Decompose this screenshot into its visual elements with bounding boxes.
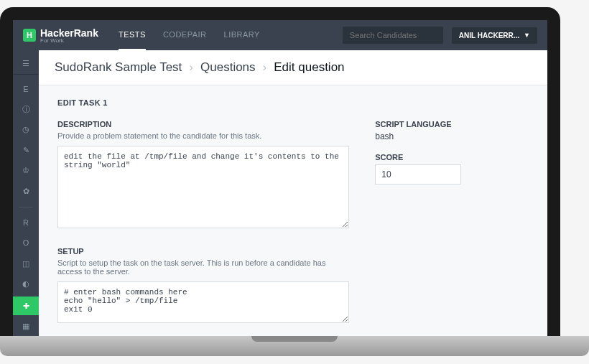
- brand-logo[interactable]: H HackerRank For Work: [23, 27, 98, 44]
- clock-icon: ◷: [22, 125, 29, 134]
- logo-badge-icon: H: [23, 29, 36, 42]
- laptop-notch: [251, 336, 338, 342]
- description-label: DESCRIPTION: [57, 120, 349, 129]
- sidebar-item-contrast[interactable]: ◐: [13, 274, 39, 294]
- app-screen: H HackerRank For Work TESTS CODEPAIR LIB…: [13, 20, 547, 336]
- sidebar-item-r[interactable]: R: [13, 213, 39, 233]
- info-icon: ⓘ: [22, 104, 30, 115]
- chart-icon: ◫: [22, 259, 29, 269]
- sidebar-item-edit[interactable]: ✎: [13, 141, 39, 160]
- hamburger-menu-icon[interactable]: ☰: [13, 53, 39, 75]
- tab-tests[interactable]: TESTS: [119, 20, 146, 50]
- script-language-label: SCRIPT LANGUAGE: [375, 120, 529, 129]
- description-textarea[interactable]: [57, 146, 349, 228]
- laptop-frame: H HackerRank For Work TESTS CODEPAIR LIB…: [0, 7, 560, 336]
- top-navbar: H HackerRank For Work TESTS CODEPAIR LIB…: [13, 20, 547, 50]
- main-content-area: SudoRank Sample Test › Questions › Edit …: [39, 50, 547, 336]
- sidebar-item-info[interactable]: ⓘ: [13, 100, 39, 119]
- score-input[interactable]: [375, 164, 461, 185]
- script-language-value: bash: [375, 131, 529, 141]
- sidebar-item-user[interactable]: ♔: [13, 162, 39, 181]
- task-heading: EDIT TASK 1: [57, 98, 529, 107]
- form-content: EDIT TASK 1 DESCRIPTION Provide a proble…: [39, 85, 547, 336]
- tab-codepair[interactable]: CODEPAIR: [163, 20, 207, 50]
- left-sidebar: ☰ E ⓘ ◷ ✎ ♔ ✿ R O ◫ ◐ ✚ ▦: [13, 50, 39, 336]
- primary-nav-tabs: TESTS CODEPAIR LIBRARY: [119, 20, 260, 50]
- tab-library[interactable]: LIBRARY: [224, 20, 260, 50]
- user-menu-button[interactable]: ANIL HACKERR... ▼: [452, 27, 537, 44]
- sidebar-item-add-user[interactable]: ✚: [13, 297, 39, 316]
- description-hint: Provide a problem statement to the candi…: [57, 131, 349, 140]
- breadcrumb-separator: ›: [189, 60, 193, 75]
- sidebar-item-chart[interactable]: ◫: [13, 254, 39, 274]
- edit-icon: ✎: [23, 146, 29, 155]
- user-icon: ♔: [22, 166, 29, 175]
- score-label: SCORE: [375, 153, 529, 162]
- grid-icon: ▦: [22, 322, 29, 331]
- setup-label: SETUP: [57, 247, 349, 256]
- sidebar-divider: [19, 207, 33, 207]
- breadcrumb-item-questions[interactable]: Questions: [200, 60, 256, 75]
- add-user-icon: ✚: [23, 302, 29, 311]
- sidebar-item-settings[interactable]: ✿: [13, 182, 39, 201]
- search-input[interactable]: [343, 27, 443, 44]
- sidebar-item-grid[interactable]: ▦: [13, 317, 39, 336]
- breadcrumb: SudoRank Sample Test › Questions › Edit …: [39, 50, 547, 85]
- chevron-down-icon: ▼: [524, 32, 530, 39]
- sidebar-item-o[interactable]: O: [13, 233, 39, 253]
- breadcrumb-separator: ›: [263, 60, 267, 75]
- laptop-base: [0, 336, 589, 356]
- sidebar-item-e[interactable]: E: [13, 79, 39, 98]
- body-area: ☰ E ⓘ ◷ ✎ ♔ ✿ R O ◫ ◐ ✚ ▦ SudoRank Sampl…: [13, 50, 547, 336]
- user-label: ANIL HACKERR...: [459, 32, 519, 39]
- contrast-icon: ◐: [22, 279, 29, 289]
- setup-textarea[interactable]: [57, 281, 349, 323]
- breadcrumb-item-current: Edit question: [274, 60, 344, 75]
- sidebar-item-clock[interactable]: ◷: [13, 121, 39, 140]
- setup-hint: Script to setup the task on the task ser…: [57, 258, 349, 276]
- breadcrumb-item-test[interactable]: SudoRank Sample Test: [55, 60, 182, 75]
- topbar-right: ANIL HACKERR... ▼: [343, 27, 537, 44]
- gear-icon: ✿: [23, 187, 29, 196]
